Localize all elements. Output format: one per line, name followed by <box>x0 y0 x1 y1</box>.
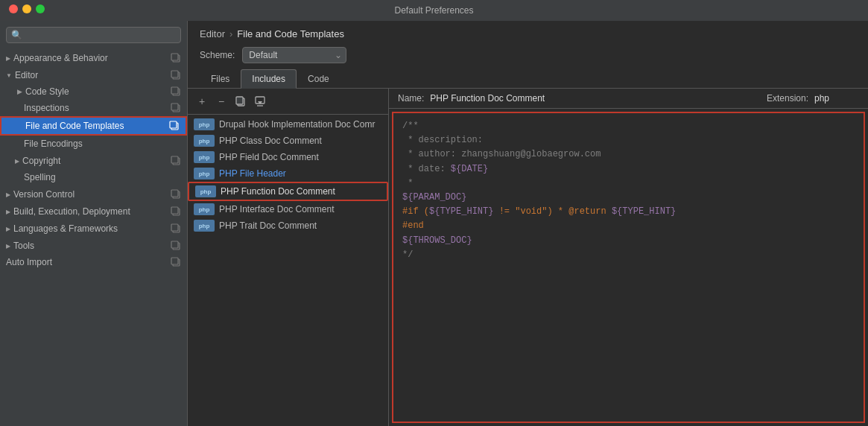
code-line: #end <box>402 219 855 233</box>
php-badge: php <box>194 203 215 215</box>
sidebar-item-label: Inspections <box>15 103 69 113</box>
sidebar-item-build[interactable]: ▶ Build, Execution, Deployment <box>0 203 187 220</box>
copy-icon <box>171 257 181 267</box>
svg-rect-17 <box>171 224 178 231</box>
copy-icon <box>169 121 180 131</box>
code-editor[interactable]: /** * description: * author: zhangshuang… <box>392 112 865 423</box>
sidebar-item-label: Editor <box>15 70 38 80</box>
name-bar: Name: PHP Function Doc Comment Extension… <box>389 89 868 109</box>
svg-rect-13 <box>171 190 178 197</box>
expand-icon: ▶ <box>6 191 10 198</box>
breadcrumb: Editor › File and Code Templates <box>188 21 868 44</box>
sidebar-item-label: Copyright <box>22 156 60 166</box>
code-line: #if (${TYPE_HINT} != "void") * @return $… <box>402 205 855 219</box>
import-button[interactable] <box>252 93 268 109</box>
file-item-name: PHP Class Doc Comment <box>219 136 382 146</box>
list-item[interactable]: php PHP Trait Doc Comment <box>188 217 388 234</box>
svg-rect-11 <box>171 156 178 163</box>
sidebar-item-file-code-templates[interactable]: File and Code Templates <box>0 116 187 136</box>
sidebar-item-label: Auto Import <box>6 257 52 267</box>
tab-files[interactable]: Files <box>200 69 241 89</box>
close-button[interactable] <box>9 4 18 13</box>
copy-icon <box>171 86 181 97</box>
file-item-name: PHP Function Doc Comment <box>221 186 381 197</box>
scheme-select-wrap[interactable]: Default Project <box>242 47 346 63</box>
sidebar-item-label: Build, Execution, Deployment <box>13 206 130 217</box>
copy-icon <box>171 53 181 63</box>
code-line: * author: zhangshuang@globaegrow.com <box>402 147 855 162</box>
scheme-select[interactable]: Default Project <box>242 47 346 63</box>
minimize-button[interactable] <box>22 4 31 13</box>
window-title: Default Preferences <box>394 5 473 16</box>
list-item[interactable]: php PHP Interface Doc Comment <box>188 201 388 217</box>
expand-icon: ▶ <box>15 87 24 96</box>
svg-rect-21 <box>171 258 178 264</box>
file-item-name: PHP Interface Doc Comment <box>219 204 382 214</box>
file-item-name: PHP Field Doc Comment <box>219 152 382 162</box>
php-badge: php <box>194 135 215 147</box>
window-controls[interactable] <box>9 4 45 13</box>
php-badge: php <box>194 168 215 179</box>
sidebar-item-spelling[interactable]: Spelling <box>0 169 187 185</box>
sidebar-item-editor[interactable]: ▼ Editor <box>0 66 187 83</box>
main-window: 🔍 ▶ Appearance & Behavior ▼ Editor <box>0 21 868 426</box>
expand-icon: ▶ <box>6 226 10 232</box>
svg-rect-3 <box>171 71 178 77</box>
php-badge: php <box>194 118 215 130</box>
import-icon <box>254 95 266 107</box>
copy-icon <box>171 103 181 113</box>
svg-rect-9 <box>170 121 177 128</box>
svg-rect-5 <box>171 87 178 94</box>
sidebar-item-copyright[interactable]: ▶ Copyright <box>0 152 187 169</box>
sidebar-item-label: Appearance & Behavior <box>13 53 108 63</box>
expand-icon: ▶ <box>6 209 10 215</box>
content-area: Editor › File and Code Templates Scheme:… <box>188 21 868 426</box>
sidebar-item-label: Tools <box>13 241 34 251</box>
list-item[interactable]: php PHP File Header <box>188 165 388 182</box>
scheme-row: Scheme: Default Project <box>188 44 868 69</box>
sidebar-item-label: File Encodings <box>15 139 83 149</box>
sidebar-item-code-style[interactable]: ▶ Code Style <box>0 83 187 100</box>
search-input[interactable] <box>25 30 176 40</box>
file-item-name: PHP File Header <box>219 168 382 179</box>
copy-icon <box>171 156 181 166</box>
sidebar-item-inspections[interactable]: Inspections <box>0 100 187 116</box>
list-item-selected[interactable]: php PHP Function Doc Comment <box>188 182 388 201</box>
sidebar-item-appearance[interactable]: ▶ Appearance & Behavior <box>0 49 187 66</box>
sidebar-item-auto-import[interactable]: Auto Import <box>0 254 187 270</box>
tab-code[interactable]: Code <box>297 69 340 89</box>
tab-includes[interactable]: Includes <box>241 69 297 89</box>
svg-rect-19 <box>171 241 178 248</box>
file-item-name: Drupal Hook Implementation Doc Comr <box>219 119 382 130</box>
file-item-name: PHP Trait Doc Comment <box>219 220 382 231</box>
copy-icon <box>235 95 247 107</box>
php-badge: php <box>195 185 216 197</box>
search-box[interactable]: 🔍 <box>6 27 181 43</box>
sidebar-item-file-encodings[interactable]: File Encodings <box>0 136 187 152</box>
tabs-row: Files Includes Code <box>188 69 868 89</box>
sidebar-item-languages[interactable]: ▶ Languages & Frameworks <box>0 220 187 237</box>
list-item[interactable]: php PHP Field Doc Comment <box>188 149 388 165</box>
expand-icon: ▶ <box>6 55 10 62</box>
name-value: PHP Function Doc Comment <box>430 93 761 104</box>
remove-button[interactable]: − <box>213 93 229 109</box>
svg-rect-1 <box>171 54 178 60</box>
maximize-button[interactable] <box>36 4 45 13</box>
expand-icon: ▶ <box>15 158 19 165</box>
code-line: ${THROWS_DOC} <box>402 234 855 248</box>
sidebar-item-label: File and Code Templates <box>16 121 124 131</box>
copy-icon <box>171 189 181 200</box>
add-button[interactable]: + <box>194 93 210 109</box>
list-item[interactable]: php Drupal Hook Implementation Doc Comr <box>188 116 388 133</box>
expand-icon: ▼ <box>6 72 12 79</box>
copy-icon <box>171 70 181 80</box>
ext-value: php <box>814 93 859 104</box>
sidebar-item-tools[interactable]: ▶ Tools <box>0 237 187 254</box>
search-icon: 🔍 <box>11 30 22 40</box>
sidebar-item-version-control[interactable]: ▶ Version Control <box>0 185 187 203</box>
list-item[interactable]: php PHP Class Doc Comment <box>188 133 388 149</box>
code-line: ${PARAM_DOC} <box>402 191 855 205</box>
expand-icon: ▶ <box>6 243 10 249</box>
copy-button[interactable] <box>232 93 249 109</box>
code-line: * date: ${DATE} <box>402 162 855 177</box>
